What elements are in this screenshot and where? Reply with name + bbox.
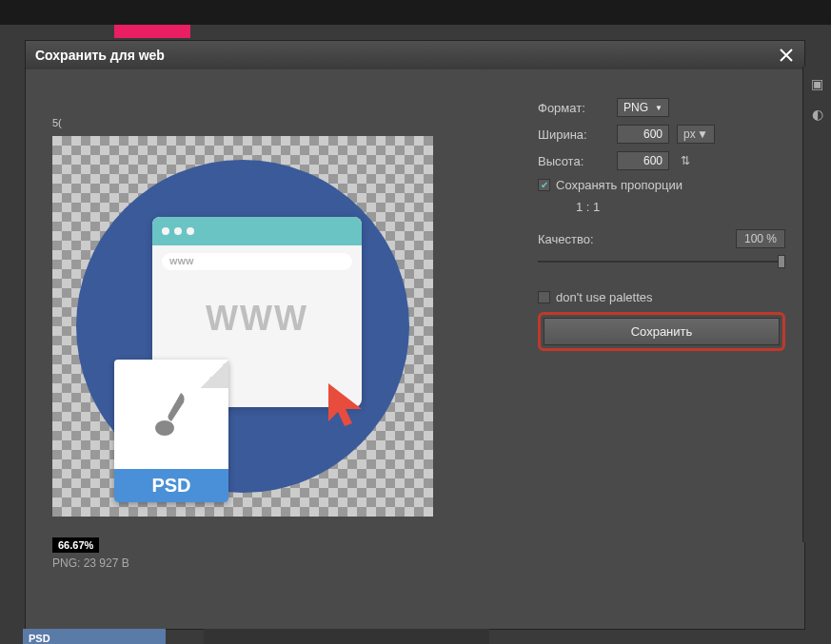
bottom-thumbnails: PSD [23,629,803,644]
aspect-ratio-text: 1 : 1 [576,200,785,214]
artwork-psd-file: PSD [114,360,228,502]
right-tool-panel: ▣ ◐ [802,67,831,542]
height-label: Высота: [538,154,609,168]
preview-panel: 5( WWW WWW [26,69,538,629]
preview-canvas[interactable]: WWW WWW PSD [52,136,433,517]
palettes-row: ✔ don't use palettes [538,290,785,304]
thumbnail-item[interactable]: PSD [23,629,166,644]
width-label: Ширина: [538,127,609,142]
svg-point-1 [155,420,174,436]
svg-marker-0 [328,383,362,426]
settings-panel: Формат: PNG ▼ Ширина: 600 px ▼ Высота: 6… [538,69,804,629]
app-topbar [0,0,831,25]
width-input[interactable]: 600 [617,125,669,144]
artwork-addressbar: WWW [162,253,352,270]
height-row: Высота: 600 ⇅ [538,151,785,170]
quality-row: Качество: 100 % [538,229,785,248]
format-value: PNG [623,101,648,114]
artwork-circle: WWW WWW PSD [76,160,409,493]
eye-icon[interactable]: ◐ [804,101,831,127]
dialog-body: 5( WWW WWW [26,69,804,629]
dot-icon [162,227,169,235]
dialog-header: Сохранить для web [26,41,804,69]
link-dimensions-icon[interactable]: ⇅ [677,152,694,169]
preview-corner-label: 5( [52,117,538,128]
app-accent [114,25,190,38]
thumbnail-item[interactable] [346,629,489,644]
slider-track-line [538,261,785,263]
dot-icon [187,227,194,235]
zoom-badge[interactable]: 66.67% [52,537,99,553]
chevron-down-icon: ▼ [655,104,663,112]
dialog-title: Сохранить для web [35,48,165,63]
chevron-down-icon: ▼ [697,127,708,141]
save-highlight: Сохранить [538,312,785,351]
width-unit-select[interactable]: px ▼ [677,125,715,144]
palettes-label: don't use palettes [556,290,653,304]
quality-label: Качество: [538,232,594,246]
quality-slider[interactable] [538,252,785,271]
save-button[interactable]: Сохранить [544,318,780,345]
unit-value: px [683,127,696,141]
artwork-www-text: WWW [152,299,362,339]
keep-proportions-row: ✔ Сохранять пропорции [538,178,785,192]
save-for-web-dialog: Сохранить для web 5( WWW WWW [25,40,805,630]
format-row: Формат: PNG ▼ [538,98,785,117]
crop-icon[interactable]: ▣ [804,70,831,97]
close-icon [780,49,793,62]
width-row: Ширина: 600 px ▼ [538,125,785,144]
zoom-info: 66.67% PNG: 23 927 B [52,536,538,570]
dot-icon [174,227,182,235]
artwork-browser-bar [152,217,362,245]
height-input[interactable]: 600 [617,151,669,170]
format-label: Формат: [538,101,609,115]
file-size-info: PNG: 23 927 B [52,556,538,570]
palettes-checkbox[interactable]: ✔ [538,291,550,303]
fold-icon [200,360,228,388]
close-button[interactable] [778,47,795,64]
brush-icon [114,388,228,449]
keep-proportions-label: Сохранять пропорции [556,178,683,192]
artwork-psd-label: PSD [114,469,228,502]
keep-proportions-checkbox[interactable]: ✔ [538,179,550,191]
quality-value[interactable]: 100 % [736,229,785,248]
slider-handle[interactable] [778,255,785,268]
thumbnail-item[interactable] [204,629,346,644]
format-select[interactable]: PNG ▼ [617,98,669,117]
